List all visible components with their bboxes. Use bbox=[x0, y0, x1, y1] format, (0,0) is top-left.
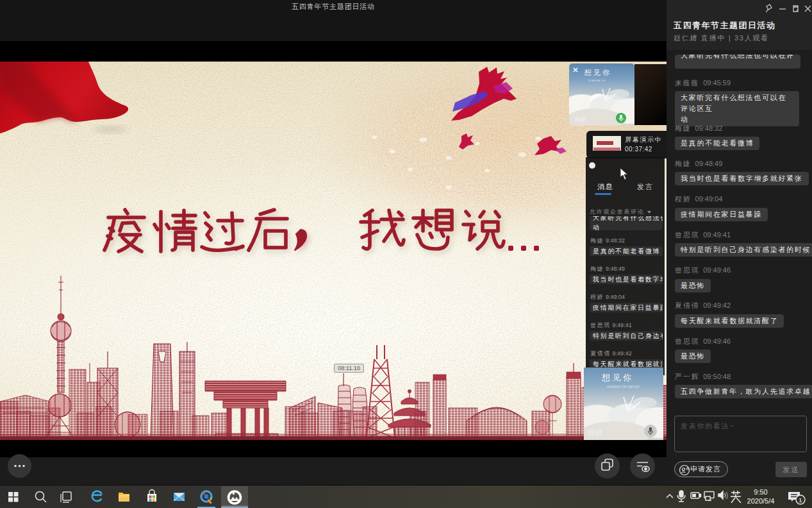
svg-text:想 见 你: 想 见 你 bbox=[584, 69, 609, 76]
svg-text:1: 1 bbox=[799, 496, 802, 504]
svg-text:程娇: 程娇 bbox=[588, 428, 602, 436]
svg-text:SOMEDAY OR ONE DAY: SOMEDAY OR ONE DAY bbox=[607, 385, 640, 389]
svg-text:SOMEDAY OR: SOMEDAY OR bbox=[588, 79, 606, 82]
svg-text:梅婕: 梅婕 bbox=[574, 116, 586, 123]
svg-text:想 见 你: 想 见 你 bbox=[601, 373, 631, 382]
